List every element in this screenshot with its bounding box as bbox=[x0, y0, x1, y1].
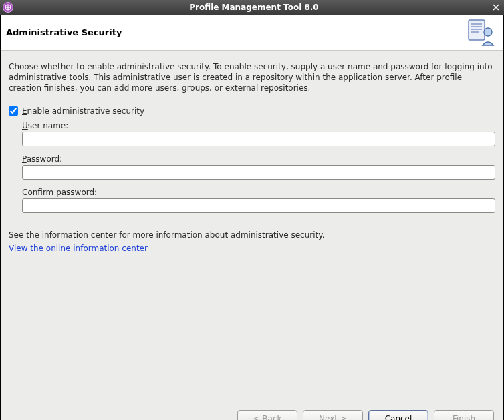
finish-button[interactable]: Finish bbox=[434, 410, 494, 421]
back-button[interactable]: < Back bbox=[237, 410, 297, 421]
description-text: Choose whether to enable administrative … bbox=[9, 61, 495, 94]
enable-security-checkbox[interactable] bbox=[9, 106, 18, 116]
svg-rect-5 bbox=[469, 20, 485, 40]
content-area: Choose whether to enable administrative … bbox=[1, 51, 503, 403]
info-text: See the information center for more info… bbox=[9, 230, 495, 240]
password-input[interactable] bbox=[22, 165, 495, 180]
security-profile-icon bbox=[466, 17, 497, 48]
svg-point-10 bbox=[484, 28, 492, 36]
close-icon[interactable] bbox=[491, 2, 501, 13]
credential-fields: User name: Password: Confirm password: bbox=[9, 121, 495, 218]
confirm-password-input[interactable] bbox=[22, 198, 495, 213]
window-title: Profile Management Tool 8.0 bbox=[17, 3, 491, 12]
enable-security-label[interactable]: Enable administrative security bbox=[22, 106, 144, 116]
next-button[interactable]: Next > bbox=[303, 410, 363, 421]
username-input[interactable] bbox=[22, 132, 495, 146]
username-label: User name: bbox=[22, 121, 495, 130]
online-info-link[interactable]: View the online information center bbox=[9, 244, 148, 253]
window-titlebar[interactable]: Profile Management Tool 8.0 bbox=[0, 0, 504, 15]
cancel-button[interactable]: Cancel bbox=[368, 410, 428, 421]
page-header: Administrative Security bbox=[1, 15, 503, 51]
app-icon bbox=[3, 2, 13, 13]
window-body: Administrative Security Choose whether t… bbox=[0, 15, 504, 420]
confirm-password-label: Confirm password: bbox=[22, 188, 495, 197]
wizard-button-bar: < Back Next > Cancel Finish bbox=[1, 403, 503, 420]
password-label: Password: bbox=[22, 154, 495, 164]
page-title: Administrative Security bbox=[6, 27, 466, 37]
